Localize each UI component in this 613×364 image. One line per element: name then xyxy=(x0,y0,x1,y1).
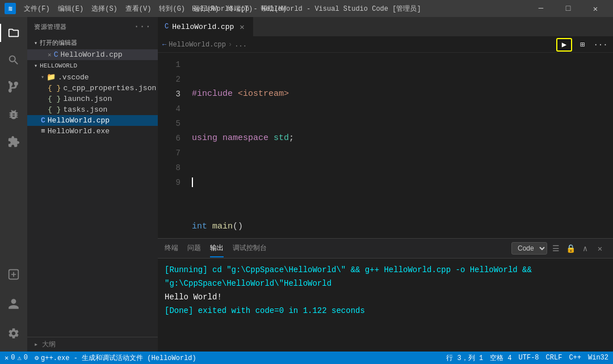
line-num-2: 2 xyxy=(158,72,180,87)
activity-files[interactable] xyxy=(0,19,27,46)
outline-section[interactable]: ▸ 大纲 xyxy=(27,337,158,352)
app-logo: ≋ xyxy=(5,3,16,14)
panel-tab-right: Code ☰ 🔒 ∧ ✕ xyxy=(511,242,606,255)
panel-lock-button[interactable]: 🔒 xyxy=(564,242,577,255)
line-num-9: 9 xyxy=(158,175,180,190)
run-button[interactable]: ▶ xyxy=(556,38,572,52)
sidebar-content: ▾ 打开的编辑器 ✕ C HelloWorld.cpp ▾ HELLOWORLD… xyxy=(27,36,158,337)
terminal-line-5: [Done] exited with code=0 in 1.122 secon… xyxy=(165,304,606,318)
chevron-icon: ▾ xyxy=(34,40,37,46)
activity-account[interactable] xyxy=(0,290,27,318)
open-editors-section[interactable]: ▾ 打开的编辑器 xyxy=(27,36,158,49)
activity-search[interactable] xyxy=(0,46,27,74)
minimize-button[interactable]: ─ xyxy=(528,0,554,17)
menu-edit[interactable]: 编辑(E) xyxy=(54,3,87,15)
code-line-4: int main() xyxy=(192,219,613,234)
os-label: Win32 xyxy=(588,354,608,362)
panel-clear-button[interactable]: ☰ xyxy=(549,242,562,255)
file-tree-item[interactable]: { } tasks.json xyxy=(27,104,158,115)
close-icon[interactable]: ✕ xyxy=(48,51,52,58)
sidebar-title: 资源管理器 xyxy=(34,23,67,31)
file-name: launch.json xyxy=(63,95,112,103)
panel-tab-output[interactable]: 输出 xyxy=(210,240,224,257)
panel-close-button[interactable]: ✕ xyxy=(594,242,606,255)
file-name: HelloWorld.cpp xyxy=(48,116,110,125)
cpp-file-icon: C xyxy=(41,116,45,125)
status-bar: ✕ 0 ⚠ 0 ⚙ g++.exe - 生成和调试活动文件 (HelloWorl… xyxy=(0,352,613,364)
file-tree-item[interactable]: { } c_cpp_properties.json xyxy=(27,83,158,94)
terminal-line-3: Hello World! xyxy=(165,290,606,304)
activity-settings[interactable] xyxy=(0,320,27,347)
close-button[interactable]: ✕ xyxy=(582,0,608,17)
terminal-line-1: [Running] cd "g:\CppSpace\HelloWorld\" &… xyxy=(165,263,606,290)
file-name: c_cpp_properties.json xyxy=(63,84,156,92)
split-editor-button[interactable]: ⊞ xyxy=(574,38,590,52)
file-tree-item[interactable]: ▾ 📁 .vscode xyxy=(27,71,158,83)
editor-toolbar: ← HelloWorld.cpp › ... ▶ ⊞ ··· xyxy=(158,37,613,53)
breadcrumb-icon: ← xyxy=(162,41,166,49)
status-task[interactable]: ⚙ g++.exe - 生成和调试活动文件 (HelloWorld) xyxy=(35,353,196,363)
window-title: HelloWorld.cpp - HelloWorld - Visual Stu… xyxy=(192,4,421,14)
panel-tab-debug[interactable]: 调试控制台 xyxy=(233,240,267,257)
line-col-label: 行 3，列 1 xyxy=(446,353,483,363)
file-tree-item[interactable]: ≡ HelloWorld.exe xyxy=(27,126,158,137)
project-section[interactable]: ▾ HELLOWORLD xyxy=(27,60,158,71)
encoding-label: UTF-8 xyxy=(519,354,539,362)
line-num-8: 8 xyxy=(158,160,180,175)
chevron-icon: ▾ xyxy=(34,62,37,69)
status-language[interactable]: C++ xyxy=(569,354,581,362)
tab-label: HelloWorld.cpp xyxy=(172,23,234,31)
code-content[interactable]: #include <iostream> using namespace std;… xyxy=(187,53,613,238)
line-num-5: 5 xyxy=(158,116,180,131)
breadcrumb-file: HelloWorld.cpp xyxy=(169,41,226,49)
line-num-3: 3 xyxy=(158,87,180,101)
tab-close-button[interactable]: ✕ xyxy=(237,22,246,31)
menu-file[interactable]: 文件(F) xyxy=(20,3,53,15)
code-line-1: #include <iostream> xyxy=(192,87,613,101)
exe-file-icon: ≡ xyxy=(41,127,45,136)
activity-extensions[interactable] xyxy=(0,128,27,155)
menu-view[interactable]: 查看(V) xyxy=(122,3,155,15)
more-actions-button[interactable]: ··· xyxy=(593,38,608,52)
outline-label: 大纲 xyxy=(42,341,56,349)
status-errors[interactable]: ✕ 0 ⚠ 0 xyxy=(5,354,28,362)
maximize-button[interactable]: □ xyxy=(555,0,581,17)
code-line-2: using namespace std; xyxy=(192,131,613,146)
activity-git[interactable] xyxy=(0,74,27,101)
panel-content: [Running] cd "g:\CppSpace\HelloWorld\" &… xyxy=(158,259,613,352)
menu-select[interactable]: 选择(S) xyxy=(88,3,121,15)
line-num-4: 4 xyxy=(158,101,180,116)
json-file-icon: { } xyxy=(48,84,61,92)
open-editor-item[interactable]: ✕ C HelloWorld.cpp xyxy=(27,49,158,60)
status-encoding[interactable]: UTF-8 xyxy=(519,354,539,362)
sidebar-more-button[interactable]: ··· xyxy=(134,22,151,32)
file-tree-item[interactable]: { } launch.json xyxy=(27,94,158,104)
line-num-7: 7 xyxy=(158,146,180,160)
output-select[interactable]: Code xyxy=(511,242,547,255)
language-label: C++ xyxy=(569,354,581,362)
chevron-down-icon: ▾ xyxy=(41,74,44,81)
editor-toolbar-right: ▶ ⊞ ··· xyxy=(556,38,608,52)
activity-debug[interactable] xyxy=(0,101,27,128)
window-controls[interactable]: ─ □ ✕ xyxy=(528,0,608,17)
panel-tab-terminal[interactable]: 终端 xyxy=(165,240,178,257)
status-spaces[interactable]: 空格 4 xyxy=(490,353,511,363)
sidebar-header: 资源管理器 ··· xyxy=(27,17,158,36)
status-line-ending[interactable]: CRLF xyxy=(546,354,562,362)
sidebar: 资源管理器 ··· ▾ 打开的编辑器 ✕ C HelloWorld.cpp ▾ … xyxy=(27,17,158,352)
line-numbers: 1 2 3 4 5 6 7 8 9 xyxy=(158,53,187,238)
breadcrumb-separator: › xyxy=(228,41,232,49)
panel-tab-problems[interactable]: 问题 xyxy=(187,240,201,257)
tab-bar: C HelloWorld.cpp ✕ xyxy=(158,17,613,37)
json-bracket-icon: { } xyxy=(48,105,61,114)
status-line-col[interactable]: 行 3，列 1 xyxy=(446,353,483,363)
open-editor-filename: HelloWorld.cpp xyxy=(60,50,122,59)
panel-maximize-button[interactable]: ∧ xyxy=(579,242,591,255)
menu-goto[interactable]: 转到(G) xyxy=(156,3,188,15)
editor-tab-active[interactable]: C HelloWorld.cpp ✕ xyxy=(158,17,253,36)
warning-icon: ⚠ xyxy=(17,354,21,362)
file-tree-item-selected[interactable]: C HelloWorld.cpp xyxy=(27,115,158,126)
status-os[interactable]: Win32 xyxy=(588,354,608,362)
code-editor[interactable]: 1 2 3 4 5 6 7 8 9 #include <iostream> us… xyxy=(158,53,613,238)
activity-remote[interactable] xyxy=(0,261,27,288)
